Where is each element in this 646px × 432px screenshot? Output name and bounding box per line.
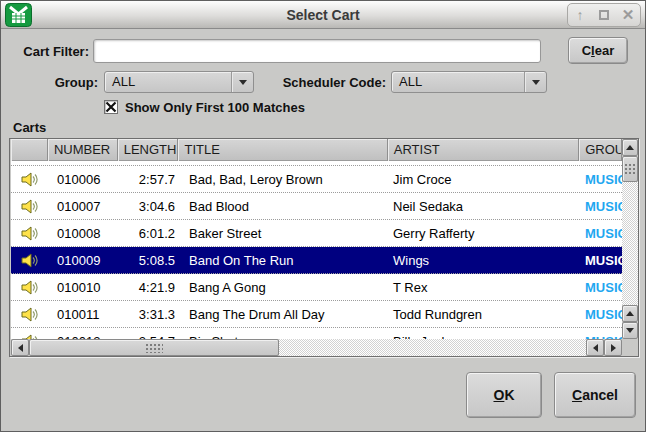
cart-cell-title: Bang The Drum All Day bbox=[179, 307, 389, 322]
cart-cell-title: Bad Blood bbox=[179, 199, 389, 214]
vertical-scrollbar[interactable] bbox=[622, 139, 638, 339]
speaker-icon bbox=[21, 172, 38, 187]
cart-cell-group: MUSIC bbox=[581, 280, 622, 295]
scroll-right-button[interactable] bbox=[604, 339, 622, 356]
cart-cell-length: 3:31.3 bbox=[118, 307, 179, 322]
group-label: Group: bbox=[1, 75, 98, 90]
scheduler-code-label: Scheduler Code: bbox=[246, 75, 386, 90]
cart-cell-number: 010008 bbox=[48, 226, 118, 241]
speaker-icon bbox=[21, 280, 38, 295]
cart-cell-icon bbox=[11, 172, 48, 187]
titlebar[interactable]: Select Cart ↑ ✕ bbox=[1, 1, 645, 29]
shade-icon[interactable]: ↑ bbox=[569, 5, 591, 25]
cart-cell-artist: Jim Croce bbox=[389, 172, 581, 187]
cart-cell-artist: Todd Rundgren bbox=[389, 307, 581, 322]
cart-list-rows: 0100052:03.9BackstabbersO'JaysMUSIC 0100… bbox=[11, 161, 622, 339]
scroll-down-button[interactable] bbox=[622, 322, 638, 339]
group-dropdown[interactable]: ALL bbox=[104, 71, 254, 93]
cart-cell-group: MUSIC bbox=[581, 199, 622, 214]
cart-cell-artist: Wings bbox=[389, 253, 581, 268]
maximize-icon[interactable] bbox=[593, 5, 615, 25]
checkmark-x-icon bbox=[105, 101, 117, 113]
cart-cell-number: 010007 bbox=[48, 199, 118, 214]
vertical-scroll-track[interactable] bbox=[622, 182, 638, 305]
cart-cell-icon bbox=[11, 226, 48, 241]
group-value: ALL bbox=[112, 74, 135, 89]
vertical-scroll-thumb[interactable] bbox=[622, 156, 638, 182]
cart-cell-artist: Gerry Rafferty bbox=[389, 226, 581, 241]
speaker-icon bbox=[21, 226, 38, 241]
scroll-up-button[interactable] bbox=[622, 139, 638, 156]
cart-cell-length: 2:57.7 bbox=[118, 172, 179, 187]
scroll-left-button[interactable] bbox=[11, 339, 29, 356]
cart-cell-group: MUSIC bbox=[581, 307, 622, 322]
cart-cell-artist: T Rex bbox=[389, 280, 581, 295]
window-title: Select Cart bbox=[1, 1, 645, 29]
column-header-artist[interactable]: ARTIST bbox=[388, 139, 579, 161]
cart-cell-number: 010011 bbox=[48, 307, 118, 322]
show-first-100-label: Show Only First 100 Matches bbox=[125, 100, 305, 115]
chevron-down-icon bbox=[524, 72, 546, 92]
column-header-length[interactable]: LENGTH bbox=[118, 139, 179, 161]
cart-cell-number: 010006 bbox=[48, 172, 118, 187]
column-header-group[interactable]: GROUP bbox=[579, 139, 622, 161]
scroll-left-button-2[interactable] bbox=[586, 339, 604, 356]
scheduler-code-value: ALL bbox=[399, 74, 422, 89]
cart-row[interactable]: 0100122:54.7Big ShotBilly JoelMUSIC bbox=[11, 328, 622, 339]
horizontal-scroll-thumb[interactable] bbox=[29, 339, 279, 356]
cart-cell-title: Baker Street bbox=[179, 226, 389, 241]
close-icon[interactable]: ✕ bbox=[617, 5, 639, 25]
window-controls: ↑ ✕ bbox=[567, 3, 641, 27]
select-cart-dialog: Select Cart ↑ ✕ Cart Filter: Clear Group… bbox=[0, 0, 646, 432]
cart-row[interactable]: 0100113:31.3Bang The Drum All DayTodd Ru… bbox=[11, 301, 622, 328]
cart-row[interactable]: 0100073:04.6Bad BloodNeil SedakaMUSIC bbox=[11, 193, 622, 220]
cart-list: NUMBERLENGTHTITLEARTISTGROUP 0100052:03.… bbox=[9, 138, 639, 357]
column-header-title[interactable]: TITLE bbox=[178, 139, 387, 161]
cart-row[interactable]: 0100062:57.7Bad, Bad, Leroy BrownJim Cro… bbox=[11, 166, 622, 193]
carts-section-label: Carts bbox=[13, 120, 46, 135]
horizontal-scrollbar[interactable] bbox=[11, 339, 622, 356]
cart-cell-title: Bad, Bad, Leroy Brown bbox=[179, 172, 389, 187]
scroll-up-button-2[interactable] bbox=[622, 305, 638, 322]
cancel-button[interactable]: Cancel bbox=[554, 372, 636, 418]
cart-list-header: NUMBERLENGTHTITLEARTISTGROUP bbox=[11, 139, 622, 161]
scheduler-code-dropdown[interactable]: ALL bbox=[391, 71, 547, 93]
horizontal-scroll-track[interactable] bbox=[279, 339, 586, 356]
cart-cell-icon bbox=[11, 199, 48, 214]
cart-cell-length: 3:04.6 bbox=[118, 199, 179, 214]
cart-filter-label: Cart Filter: bbox=[1, 44, 89, 59]
speaker-icon bbox=[21, 253, 38, 268]
column-header-number[interactable]: NUMBER bbox=[48, 139, 118, 161]
speaker-icon bbox=[21, 307, 38, 322]
ok-button[interactable]: OK bbox=[466, 372, 542, 418]
cart-row[interactable]: 0100095:08.5Band On The RunWingsMUSIC bbox=[11, 247, 622, 274]
cart-row[interactable]: 0100086:01.2Baker StreetGerry RaffertyMU… bbox=[11, 220, 622, 247]
cart-filter-input[interactable] bbox=[93, 39, 541, 63]
cart-cell-artist: Neil Sedaka bbox=[389, 199, 581, 214]
clear-button[interactable]: Clear bbox=[568, 37, 628, 64]
cart-cell-title: Bang A Gong bbox=[179, 280, 389, 295]
column-header-icon[interactable] bbox=[11, 139, 48, 161]
cart-cell-group: MUSIC bbox=[581, 226, 622, 241]
show-first-100-checkbox[interactable] bbox=[104, 100, 118, 114]
cart-cell-icon bbox=[11, 253, 48, 268]
cart-cell-group: MUSIC bbox=[581, 253, 622, 268]
cart-cell-length: 4:21.9 bbox=[118, 280, 179, 295]
cart-cell-icon bbox=[11, 307, 48, 322]
cart-row[interactable]: 0100104:21.9Bang A GongT RexMUSIC bbox=[11, 274, 622, 301]
cart-cell-number: 010009 bbox=[48, 253, 118, 268]
cart-cell-icon bbox=[11, 280, 48, 295]
cart-cell-number: 010010 bbox=[48, 280, 118, 295]
cart-cell-length: 6:01.2 bbox=[118, 226, 179, 241]
speaker-icon bbox=[21, 199, 38, 214]
cart-cell-length: 5:08.5 bbox=[118, 253, 179, 268]
cart-cell-group: MUSIC bbox=[581, 172, 622, 187]
cart-cell-title: Band On The Run bbox=[179, 253, 389, 268]
